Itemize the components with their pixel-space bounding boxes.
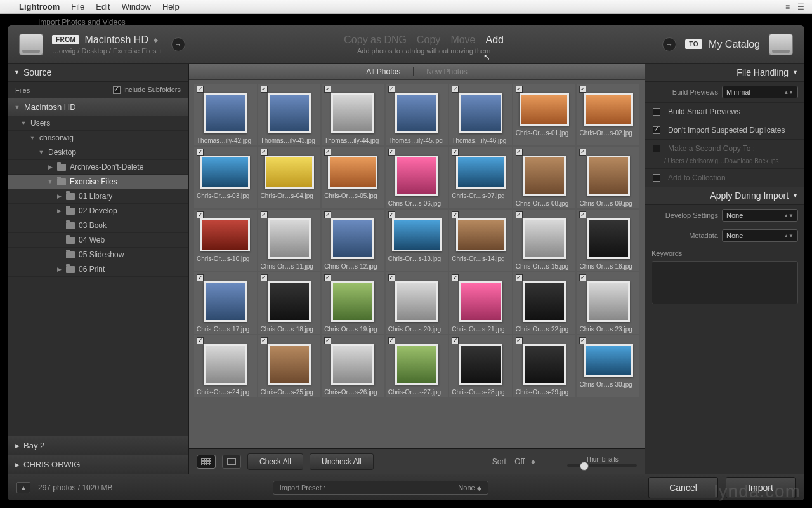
thumbnail-cell[interactable]: ✓Chris-Or…s-24.jpg — [194, 335, 257, 397]
mode-move[interactable]: Move — [450, 34, 475, 46]
thumbnail-cell[interactable]: ✓Chris-Or…s-23.jpg — [577, 272, 639, 334]
import-preset-select[interactable]: Import Preset : None ◆ — [273, 481, 488, 495]
thumb-checkbox[interactable]: ✓ — [324, 274, 331, 281]
thumbnail-cell[interactable]: ✓Chris-Or…s-22.jpg — [513, 272, 576, 334]
thumb-checkbox[interactable]: ✓ — [261, 274, 268, 281]
menu-edit[interactable]: Edit — [96, 2, 110, 11]
thumb-checkbox[interactable]: ✓ — [324, 211, 331, 218]
menu-extra-list-icon[interactable]: ☰ — [797, 3, 804, 11]
thumbnail-cell[interactable]: ✓Chris-Or…s-14.jpg — [449, 210, 512, 271]
build-smart-previews-checkbox[interactable]: Build Smart Previews — [645, 102, 804, 121]
tree-row[interactable]: ▶01 Library — [8, 189, 188, 204]
cancel-button[interactable]: Cancel — [648, 477, 718, 498]
thumb-checkbox[interactable]: ✓ — [452, 211, 459, 218]
thumb-checkbox[interactable]: ✓ — [516, 337, 523, 344]
thumbnail-cell[interactable]: ✓Chris-Or…s-09.jpg — [577, 147, 639, 208]
thumbnail-cell[interactable]: ✓Chris-Or…s-29.jpg — [513, 335, 576, 397]
thumb-checkbox[interactable]: ✓ — [579, 149, 586, 156]
thumb-checkbox[interactable]: ✓ — [452, 86, 459, 93]
thumbnail-cell[interactable]: ✓Chris-Or…s-04.jpg — [258, 147, 321, 208]
thumb-checkbox[interactable]: ✓ — [579, 274, 586, 281]
menu-extra-icon[interactable]: ≡ — [785, 3, 790, 11]
metadata-select[interactable]: None▲▼ — [722, 229, 798, 242]
thumb-checkbox[interactable]: ✓ — [516, 149, 523, 156]
thumb-checkbox[interactable]: ✓ — [324, 86, 331, 93]
thumbnail-cell[interactable]: ✓Chris-Or…s-27.jpg — [386, 335, 449, 397]
thumbnail-cell[interactable]: ✓Chris-Or…s-16.jpg — [577, 210, 639, 271]
tree-row[interactable]: ▼chrisorwig — [8, 131, 188, 145]
thumb-checkbox[interactable]: ✓ — [452, 337, 459, 344]
tab-new-photos[interactable]: New Photos — [426, 67, 468, 76]
thumbnail-cell[interactable]: ✓Chris-Or…s-07.jpg — [449, 147, 512, 208]
file-handling-header[interactable]: File Handling▼ — [645, 64, 804, 82]
tree-row[interactable]: ▶06 Print — [8, 262, 188, 277]
thumb-checkbox[interactable]: ✓ — [197, 149, 204, 156]
thumbnail-cell[interactable]: ✓Chris-Or…s-15.jpg — [513, 210, 576, 271]
thumb-checkbox[interactable]: ✓ — [197, 211, 204, 218]
dont-import-duplicates-checkbox[interactable]: Don't Import Suspected Duplicates — [645, 121, 804, 139]
build-previews-select[interactable]: Minimal▲▼ — [722, 86, 798, 98]
menu-help[interactable]: Help — [162, 2, 180, 11]
mode-add[interactable]: Add — [486, 34, 504, 46]
thumbnail-cell[interactable]: ✓Thomas…ily-45.jpg — [386, 84, 449, 145]
thumbnail-cell[interactable]: ✓Chris-Or…s-21.jpg — [449, 272, 512, 334]
thumbnail-cell[interactable]: ✓Chris-Or…s-18.jpg — [258, 272, 321, 334]
thumb-checkbox[interactable]: ✓ — [388, 149, 395, 156]
thumb-checkbox[interactable]: ✓ — [197, 274, 204, 281]
thumb-checkbox[interactable]: ✓ — [261, 337, 268, 344]
tab-all-photos[interactable]: All Photos — [366, 67, 400, 76]
thumbnail-cell[interactable]: ✓Thomas…ily-43.jpg — [258, 84, 321, 145]
uncheck-all-button[interactable]: Uncheck All — [310, 453, 374, 470]
thumb-checkbox[interactable]: ✓ — [516, 86, 523, 93]
thumbnail-cell[interactable]: ✓Chris-Or…s-17.jpg — [194, 272, 257, 334]
thumb-checkbox[interactable]: ✓ — [452, 274, 459, 281]
thumbnail-cell[interactable]: ✓Chris-Or…s-20.jpg — [386, 272, 449, 334]
thumb-checkbox[interactable]: ✓ — [516, 274, 523, 281]
include-subfolders-toggle[interactable]: Include Subfolders — [113, 86, 181, 94]
thumb-checkbox[interactable]: ✓ — [516, 211, 523, 218]
thumb-checkbox[interactable]: ✓ — [388, 211, 395, 218]
forward-arrow-button[interactable]: → — [171, 37, 185, 51]
source-drive-name[interactable]: Macintosh HD — [84, 34, 148, 46]
tree-row[interactable]: ▼Users — [8, 116, 188, 131]
develop-settings-select[interactable]: None▲▼ — [722, 209, 798, 222]
chevron-down-icon[interactable]: ◆ — [154, 37, 158, 43]
thumbnail-cell[interactable]: ✓Chris-Or…s-01.jpg — [513, 84, 576, 145]
tree-row[interactable]: 03 Book — [8, 218, 188, 233]
sort-chevron-icon[interactable]: ◆ — [531, 458, 535, 465]
thumbnail-cell[interactable]: ✓Chris-Or…s-08.jpg — [513, 147, 576, 208]
keywords-input[interactable] — [652, 261, 798, 304]
collapsed-volume-row[interactable]: ▶CHRIS ORWIG — [8, 455, 188, 474]
thumb-checkbox[interactable]: ✓ — [261, 149, 268, 156]
thumbnail-cell[interactable]: ✓Chris-Or…s-06.jpg — [386, 147, 449, 208]
second-copy-checkbox[interactable]: Make a Second Copy To : — [645, 139, 804, 157]
thumb-checkbox[interactable]: ✓ — [388, 337, 395, 344]
collapse-panel-button[interactable]: ▲ — [16, 482, 30, 493]
thumbnail-cell[interactable]: ✓Chris-Or…s-03.jpg — [194, 147, 257, 208]
thumbnail-cell[interactable]: ✓Thomas…ily-46.jpg — [449, 84, 512, 145]
app-name[interactable]: Lightroom — [19, 2, 60, 11]
import-button[interactable]: Import — [726, 477, 796, 498]
mode-copy[interactable]: Copy — [417, 34, 440, 46]
thumbnail-size-slider[interactable] — [567, 464, 637, 467]
tree-row[interactable]: ▼Desktop — [8, 145, 188, 160]
collapsed-volume-row[interactable]: ▶Bay 2 — [8, 436, 188, 455]
menu-window[interactable]: Window — [122, 2, 151, 11]
menu-file[interactable]: File — [71, 2, 84, 11]
thumb-checkbox[interactable]: ✓ — [261, 211, 268, 218]
thumb-checkbox[interactable]: ✓ — [324, 149, 331, 156]
thumbnail-cell[interactable]: ✓Thomas…ily-42.jpg — [194, 84, 257, 145]
thumb-checkbox[interactable]: ✓ — [324, 337, 331, 344]
thumbnail-cell[interactable]: ✓Chris-Or…s-13.jpg — [386, 210, 449, 271]
thumbnail-cell[interactable]: ✓Chris-Or…s-05.jpg — [322, 147, 384, 208]
source-panel-header[interactable]: ▼ Source — [8, 64, 188, 82]
thumbnail-cell[interactable]: ✓Chris-Or…s-10.jpg — [194, 210, 257, 271]
thumb-checkbox[interactable]: ✓ — [579, 86, 586, 93]
tree-row[interactable]: ▶02 Develop — [8, 204, 188, 218]
thumb-checkbox[interactable]: ✓ — [579, 211, 586, 218]
tree-row[interactable]: ▼Macintosh HD — [8, 98, 188, 116]
thumb-checkbox[interactable]: ✓ — [579, 337, 586, 344]
thumb-checkbox[interactable]: ✓ — [388, 86, 395, 93]
thumbnail-cell[interactable]: ✓Chris-Or…s-11.jpg — [258, 210, 321, 271]
thumb-checkbox[interactable]: ✓ — [197, 86, 204, 93]
